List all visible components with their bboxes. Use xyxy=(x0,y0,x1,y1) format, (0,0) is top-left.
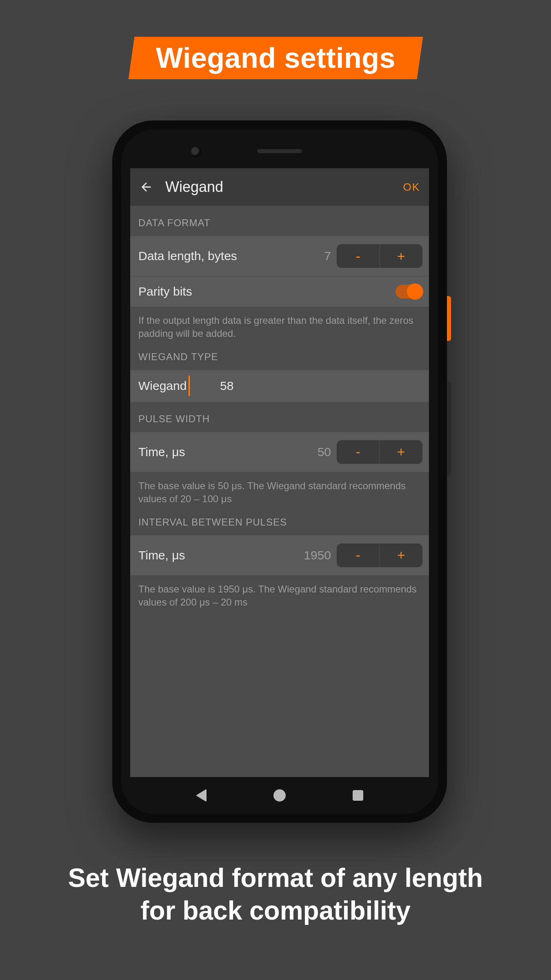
wiegand-type-value: 58 xyxy=(220,379,233,393)
interval-note: The base value is 1950 μs. The Wiegand s… xyxy=(130,575,429,612)
pulse-width-note: The base value is 50 μs. The Wiegand sta… xyxy=(130,472,429,508)
wiegand-type-row[interactable]: Wiegand 58 xyxy=(130,370,429,402)
data-length-label: Data length, bytes xyxy=(138,249,302,263)
appbar-title: Wiegand xyxy=(165,178,391,196)
app-bar: Wiegand OK xyxy=(130,168,429,206)
nav-home-button[interactable] xyxy=(273,789,286,802)
pulse-width-minus-button[interactable]: - xyxy=(337,440,380,464)
section-header-interval: INTERVAL BETWEEN PULSES xyxy=(130,508,429,535)
android-navbar xyxy=(121,777,438,814)
section-header-data-format: DATA FORMAT xyxy=(130,206,429,236)
pulse-width-value: 50 xyxy=(302,445,331,459)
data-length-row: Data length, bytes 7 - + xyxy=(130,236,429,276)
interval-plus-button[interactable]: + xyxy=(380,543,423,567)
pulse-width-stepper: - + xyxy=(337,440,422,464)
interval-label: Time, μs xyxy=(138,548,290,562)
data-length-plus-button[interactable]: + xyxy=(380,244,423,268)
arrow-left-icon xyxy=(139,180,153,194)
data-length-value: 7 xyxy=(302,249,331,263)
triangle-back-icon xyxy=(196,789,207,802)
parity-label: Parity bits xyxy=(138,285,395,298)
page-banner-text: Wiegand settings xyxy=(156,42,395,74)
app-screen: Wiegand OK DATA FORMAT Data length, byte… xyxy=(130,168,429,777)
circle-home-icon xyxy=(273,789,286,802)
section-header-wiegand-type: WIEGAND TYPE xyxy=(130,343,429,370)
interval-stepper: - + xyxy=(337,543,422,567)
nav-back-button[interactable] xyxy=(195,789,208,802)
phone-inner: Wiegand OK DATA FORMAT Data length, byte… xyxy=(121,129,438,814)
data-length-stepper: - + xyxy=(337,244,422,268)
ok-button[interactable]: OK xyxy=(403,181,420,194)
parity-toggle[interactable] xyxy=(395,285,422,298)
interval-row: Time, μs 1950 - + xyxy=(130,535,429,575)
page-caption: Set Wiegand format of any length for bac… xyxy=(0,862,551,927)
phone-power-button xyxy=(447,296,451,341)
back-button[interactable] xyxy=(139,180,153,194)
square-recents-icon xyxy=(353,790,363,801)
wiegand-type-label: Wiegand xyxy=(138,379,191,393)
pulse-width-plus-button[interactable]: + xyxy=(380,440,423,464)
parity-row: Parity bits xyxy=(130,276,429,307)
phone-volume-button xyxy=(447,382,451,476)
interval-value: 1950 xyxy=(290,548,331,562)
phone-speaker-icon xyxy=(257,149,302,153)
page-banner: Wiegand settings xyxy=(128,37,422,79)
data-format-note: If the output length data is greater tha… xyxy=(130,307,429,343)
pulse-width-label: Time, μs xyxy=(138,445,302,459)
interval-minus-button[interactable]: - xyxy=(337,543,380,567)
phone-camera-icon xyxy=(191,147,201,157)
phone-frame: Wiegand OK DATA FORMAT Data length, byte… xyxy=(112,120,447,823)
pulse-width-row: Time, μs 50 - + xyxy=(130,432,429,472)
text-cursor-icon xyxy=(189,376,190,396)
nav-recents-button[interactable] xyxy=(351,789,364,802)
data-length-minus-button[interactable]: - xyxy=(337,244,380,268)
section-header-pulse-width: PULSE WIDTH xyxy=(130,402,429,432)
